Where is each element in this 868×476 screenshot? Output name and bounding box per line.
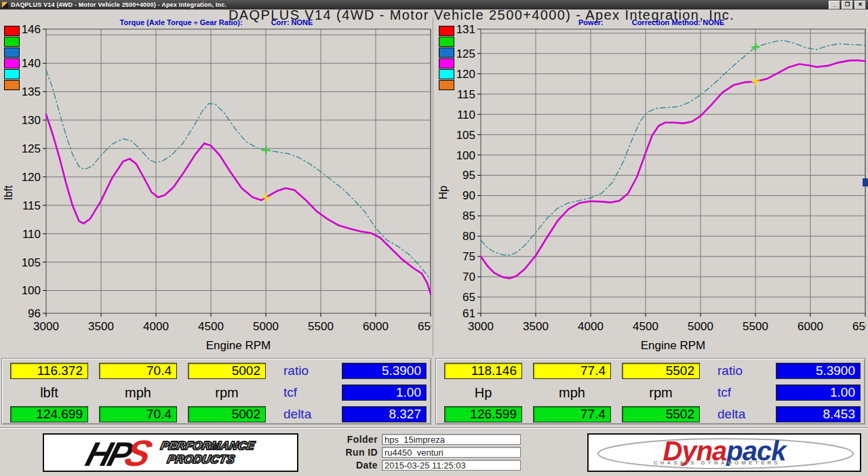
- svg-text:110: 110: [22, 228, 41, 241]
- torque-cursor1-mph: 70.4: [99, 363, 177, 379]
- svg-text:96: 96: [28, 307, 41, 320]
- hps-logo: HPS PERFORMANCE PRODUCTS: [43, 433, 298, 472]
- torque-tcf-value: 1.00: [342, 384, 427, 401]
- power-readout-panel: 118.146 77.4 5502 ratio 5.3900 Hp mph rp…: [435, 358, 865, 424]
- svg-text:120: 120: [456, 68, 475, 81]
- power-cursor1-rpm: 5502: [622, 363, 700, 379]
- svg-text:135: 135: [22, 85, 41, 98]
- svg-text:6500: 6500: [852, 320, 866, 333]
- svg-text:115: 115: [22, 199, 41, 212]
- torque-tcf-label: tcf: [277, 385, 331, 400]
- torque-cursor1-rpm: 5002: [188, 363, 266, 379]
- footer: HPS PERFORMANCE PRODUCTS Folder Run ID D…: [0, 427, 868, 476]
- svg-text:125: 125: [22, 142, 41, 155]
- torque-y-axis-title: lbft: [3, 178, 15, 207]
- folder-input[interactable]: [382, 434, 521, 445]
- svg-text:4500: 4500: [198, 320, 224, 333]
- svg-text:100: 100: [456, 149, 475, 162]
- restore-button[interactable]: ❐: [842, 1, 853, 9]
- hps-tagline: PERFORMANCE PRODUCTS: [157, 439, 256, 466]
- svg-text:75: 75: [462, 250, 475, 263]
- speed-unit-label: mph: [99, 385, 177, 401]
- run-id-input[interactable]: [382, 447, 521, 458]
- svg-text:115: 115: [457, 88, 475, 101]
- svg-text:105: 105: [22, 256, 41, 269]
- svg-text:5000: 5000: [688, 320, 713, 333]
- torque-ratio-label: ratio: [277, 363, 331, 378]
- svg-text:3000: 3000: [33, 320, 59, 333]
- power-ratio-label: ratio: [711, 363, 765, 378]
- svg-text:5500: 5500: [743, 320, 768, 333]
- torque-cursor1-value: 116.372: [10, 363, 88, 379]
- svg-text:3500: 3500: [523, 320, 549, 333]
- svg-text:Engine RPM: Engine RPM: [641, 339, 705, 352]
- close-button[interactable]: ✕: [854, 1, 866, 9]
- power-cursor2-value: 126.599: [444, 406, 522, 422]
- window-title: DAQPLUS V14 (4WD - Motor Vehicle 2500+40…: [11, 1, 226, 8]
- window-controls: _ ❐ ✕: [829, 1, 868, 9]
- svg-text:70: 70: [462, 271, 475, 283]
- torque-chart-panel: Torque (Axle Torque ÷ Gear Ratio):Corr: …: [0, 17, 433, 356]
- svg-text:61: 61: [462, 307, 475, 320]
- app-icon: [2, 2, 8, 8]
- rpm-unit-label: rpm: [188, 385, 266, 401]
- svg-text:80: 80: [462, 230, 475, 243]
- torque-readout-panel: 116.372 70.4 5002 ratio 5.3900 lbft mph …: [1, 358, 431, 424]
- svg-text:146: 146: [22, 24, 41, 36]
- power-chart-panel: Power:Correction Method: NONE Hp 6165707…: [435, 17, 868, 356]
- svg-text:4000: 4000: [578, 320, 604, 333]
- run-id-label: Run ID: [336, 447, 378, 458]
- power-cursor1-mph: 77.4: [533, 363, 611, 379]
- svg-text:85: 85: [462, 210, 475, 222]
- svg-text:110: 110: [457, 108, 475, 121]
- power-cursor1-value: 118.146: [444, 363, 522, 379]
- svg-text:6000: 6000: [797, 320, 823, 333]
- torque-cursor2-rpm: 5002: [188, 406, 266, 422]
- svg-text:4500: 4500: [633, 320, 658, 333]
- svg-text:5000: 5000: [253, 320, 279, 333]
- power-y-axis-title: Hp: [437, 178, 450, 207]
- hps-tagline-line1: PERFORMANCE: [159, 439, 256, 453]
- torque-delta-value: 8.327: [342, 406, 427, 422]
- svg-text:65: 65: [462, 291, 475, 304]
- torque-ratio-value: 5.3900: [342, 363, 427, 379]
- power-cursor2-mph: 77.4: [533, 406, 611, 422]
- window-edge-artifact: [863, 178, 868, 186]
- svg-text:6000: 6000: [363, 320, 389, 333]
- svg-text:105: 105: [456, 129, 475, 142]
- torque-unit-label: lbft: [10, 385, 88, 401]
- dynapack-logo: Dynapack CHASSIS DYNAMOMETERS: [587, 433, 861, 472]
- torque-cursor2-value: 124.699: [10, 406, 88, 422]
- svg-text:Engine RPM: Engine RPM: [206, 339, 271, 352]
- svg-text:131: 131: [456, 24, 475, 36]
- power-tcf-value: 1.00: [776, 384, 861, 401]
- svg-text:5500: 5500: [308, 320, 334, 333]
- svg-text:130: 130: [22, 114, 41, 127]
- folder-label: Folder: [336, 434, 378, 445]
- date-input[interactable]: [382, 460, 521, 471]
- svg-text:6500: 6500: [418, 320, 431, 333]
- torque-chart-plot[interactable]: 9610010511011512012513013514014630003500…: [16, 24, 431, 355]
- hps-wordmark: HPS: [83, 435, 157, 471]
- power-chart-plot[interactable]: 6165707580859095100105110115120125131300…: [451, 24, 866, 355]
- svg-text:140: 140: [22, 57, 41, 70]
- power-delta-label: delta: [711, 407, 765, 422]
- svg-text:100: 100: [22, 284, 41, 297]
- power-ratio-value: 5.3900: [776, 363, 861, 379]
- speed-unit-label: mph: [533, 385, 611, 401]
- minimize-button[interactable]: _: [829, 1, 840, 9]
- svg-text:4000: 4000: [143, 320, 169, 333]
- power-cursor2-rpm: 5502: [622, 406, 700, 422]
- run-info-fields: Folder Run ID Date: [336, 434, 521, 471]
- power-tcf-label: tcf: [711, 385, 765, 400]
- date-label: Date: [336, 460, 378, 471]
- dynapack-subtitle: CHASSIS DYNAMOMETERS: [654, 460, 781, 466]
- svg-text:120: 120: [22, 171, 41, 184]
- app-window: { "window": { "title": "DAQPLUS V14 (4WD…: [0, 0, 868, 476]
- rpm-unit-label: rpm: [622, 385, 700, 401]
- hps-tagline-line2: PRODUCTS: [166, 453, 254, 467]
- torque-delta-label: delta: [277, 407, 331, 422]
- svg-text:90: 90: [462, 189, 475, 202]
- svg-text:95: 95: [462, 169, 475, 182]
- power-delta-value: 8.453: [776, 406, 861, 422]
